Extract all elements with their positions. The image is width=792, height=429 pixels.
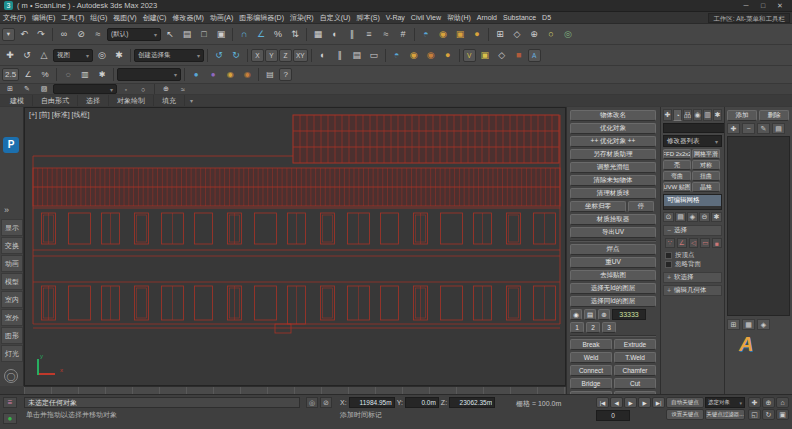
ignore-backfacing-checkbox[interactable]: 忽略背面 [665,260,722,269]
dock-tab[interactable]: 灯光 [1,345,23,362]
dock-tab[interactable]: 模型 [1,273,23,290]
selection-filter-dropdown[interactable]: (默认) [107,28,161,41]
rollout-selection[interactable]: − 选择 [663,225,722,236]
toolbar-separator[interactable] [311,49,312,62]
isolate-selection-icon[interactable]: ◎ [306,397,318,408]
use-pivot-icon[interactable]: ◎ [94,48,110,63]
display-panel-icon[interactable]: ▥ [77,68,93,81]
brush-large-icon[interactable]: ○ [135,84,151,94]
dock-tab[interactable]: 动画 [1,255,23,272]
swatch-icon[interactable]: ◈ [757,319,770,330]
workspace-dropdown[interactable]: 工作区: Alt-菜单和工具栏 [708,13,790,23]
hierarchy-tab[interactable]: 品 [683,109,692,121]
digit-button[interactable]: 2 [586,322,600,333]
menu-item[interactable]: 工具(T) [58,13,87,23]
configure-sets-icon[interactable]: ✱ [711,212,722,222]
element-icon[interactable]: ■ [712,238,722,248]
add-icon[interactable]: ✚ [727,123,740,134]
menu-item[interactable]: Civil View [408,14,444,21]
measure-icon[interactable]: ⊕ [526,27,542,42]
panel-view-icon[interactable]: ▦ [742,319,755,330]
ribbon-collapse-caret[interactable]: ▾ [190,97,193,104]
menu-item[interactable]: 脚本(S) [353,13,382,23]
toolbar-separator[interactable] [385,49,386,62]
set-key-button[interactable]: 设置关键点 [666,409,704,420]
modifier-preset-dropdown[interactable] [117,68,181,81]
toolbar-separator[interactable] [414,28,415,41]
z-coordinate-field[interactable] [449,397,495,408]
rename-object-button[interactable]: 物体改名 [570,110,656,121]
paint-options-dropdown[interactable] [53,84,117,94]
edit-icon[interactable]: ✎ [757,123,770,134]
dock-tab[interactable]: 室内 [1,291,23,308]
mini-listener-icon[interactable]: ≡ [3,397,17,408]
modify-tab[interactable]: ◔ [673,109,682,121]
script-editor-icon[interactable]: ▤ [262,68,278,81]
toolbar-separator[interactable] [154,84,155,94]
quick-access-menu-icon[interactable]: ▾ [2,28,15,41]
plugin-p-badge[interactable]: P [3,137,19,153]
axis-y-button[interactable]: Y [265,49,278,62]
render-production-icon[interactable]: ● [469,27,485,42]
modifier-button[interactable]: 晶格 [692,182,720,192]
play-button[interactable]: ▶ [624,397,637,408]
clean-material-button[interactable]: 清理材质球 [570,188,656,199]
zoom-region-icon[interactable]: ◱ [748,409,761,420]
layer-manager-icon[interactable]: ≡ [361,27,377,42]
link-icon[interactable]: ∞ [56,27,72,42]
snap-toggle-icon[interactable]: ∩ [236,27,252,42]
render-production-icon[interactable]: ● [440,48,456,63]
optimize-object-button[interactable]: 优化对象 [570,123,656,134]
spacing-icon[interactable]: ◇ [509,27,525,42]
toggle-explorer-icon[interactable]: ▤ [349,48,365,63]
ribbon-tab[interactable]: 自由形式 [33,95,78,107]
toolbar-separator[interactable] [56,68,57,81]
maximize-button[interactable]: □ [755,1,771,11]
count-field[interactable] [612,309,646,320]
key-mode-dropdown[interactable]: 选定对象 [705,397,745,408]
make-unique-icon[interactable]: ◈ [687,212,698,222]
toolbar-separator[interactable] [488,28,489,41]
close-button[interactable]: ✕ [772,1,788,11]
rollout-edit-geometry[interactable]: + 编辑几何体 [663,285,722,296]
select-move-icon[interactable]: ✚ [2,48,18,63]
toolbar-separator[interactable] [113,68,114,81]
toolbar-separator[interactable] [207,49,208,62]
key-filters-button[interactable]: 关键点过滤器... [705,409,745,420]
select-by-name-icon[interactable]: ▤ [179,27,195,42]
named-sets-dropdown[interactable]: 创建选择集 [134,49,204,62]
minimize-button[interactable]: ─ [738,1,754,11]
menu-item[interactable]: 动画(A) [207,13,236,23]
schematic-view-icon[interactable]: # [395,27,411,42]
edit-poly-button[interactable]: Break [570,339,612,350]
edge-icon[interactable]: ∠ [677,238,687,248]
ribbon-tab[interactable]: 对象绘制 [109,95,154,107]
undo-scene-icon[interactable]: ↺ [211,48,227,63]
render-frame-icon[interactable]: ▣ [452,27,468,42]
paint-fill-icon[interactable]: ▨ [36,84,52,94]
expand-chevron-icon[interactable]: » [4,205,9,215]
snaps-25-icon[interactable]: 2.5 [2,68,19,81]
toolbar-separator[interactable] [247,49,248,62]
remove-maps-button[interactable]: 去掉贴图 [570,270,656,281]
render-iterative-icon[interactable]: ◉ [423,48,439,63]
digit-button[interactable]: 1 [570,322,584,333]
substance-icon[interactable]: ■ [511,48,527,63]
right-panel-button[interactable]: 删除 [759,110,789,121]
pin-stack-icon[interactable]: ⊙ [663,212,674,222]
toolbar-separator[interactable] [459,49,460,62]
percent-snap-icon[interactable]: % [37,68,53,81]
checkbox[interactable] [665,252,672,259]
remove-modifier-icon[interactable]: ⊖ [699,212,710,222]
redo-icon[interactable]: ↷ [33,27,49,42]
material-sphere2-icon[interactable]: ● [205,68,221,81]
pan-icon[interactable]: ✚ [748,397,761,408]
spinner-snap-icon[interactable]: ⇅ [287,27,303,42]
modifier-button[interactable]: 网格平滑 [692,149,720,159]
current-frame-field[interactable] [596,410,630,421]
select-scale-icon[interactable]: △ [36,48,52,63]
populate-icon[interactable]: ⊕ [158,84,174,94]
axis-z-button[interactable]: Z [279,49,292,62]
edit-poly-button[interactable]: Bridge [570,378,612,389]
bind-spacewarp-icon[interactable]: ≈ [90,27,106,42]
